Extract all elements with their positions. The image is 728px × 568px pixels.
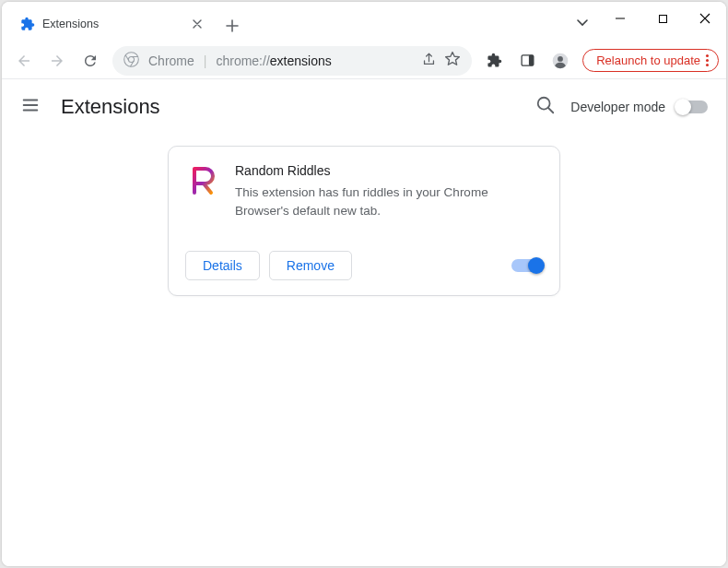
- developer-mode-label: Developer mode: [570, 100, 665, 114]
- url-label: Chrome: [148, 53, 194, 68]
- url-prefix: chrome://: [216, 53, 269, 68]
- close-window-button[interactable]: [684, 2, 726, 35]
- developer-mode-toggle[interactable]: [676, 101, 708, 113]
- extension-icon: [185, 163, 218, 196]
- developer-mode-control: Developer mode: [570, 100, 708, 114]
- new-tab-button[interactable]: [219, 13, 245, 39]
- relaunch-label: Relaunch to update: [596, 53, 700, 67]
- svg-rect-4: [529, 55, 534, 65]
- svg-point-6: [558, 56, 563, 62]
- maximize-button[interactable]: [641, 2, 684, 35]
- search-icon[interactable]: [535, 95, 556, 119]
- url-display: Chrome | chrome://extensions: [148, 53, 332, 68]
- page-header: Extensions Developer mode: [2, 79, 726, 135]
- window-controls: [599, 2, 726, 35]
- browser-toolbar: Chrome | chrome://extensions Relaunch: [2, 42, 726, 79]
- extension-enable-toggle[interactable]: [511, 259, 543, 272]
- tab-strip: Extensions: [2, 2, 569, 40]
- details-button[interactable]: Details: [185, 251, 260, 280]
- extension-name: Random Riddles: [235, 163, 543, 178]
- extensions-page: Extensions Developer mode: [2, 79, 726, 566]
- extension-card: Random Riddles This extension has fun ri…: [168, 146, 560, 296]
- titlebar: Extensions: [2, 2, 726, 42]
- forward-button[interactable]: [42, 46, 72, 76]
- chrome-logo-icon: [123, 52, 139, 70]
- tab-title: Extensions: [42, 18, 99, 30]
- extensions-puzzle-icon[interactable]: [479, 46, 509, 76]
- remove-button[interactable]: Remove: [269, 251, 352, 280]
- url-path: extensions: [270, 53, 332, 68]
- bookmark-star-icon[interactable]: [444, 51, 461, 70]
- tab-search-button[interactable]: [569, 9, 595, 35]
- profile-avatar-icon[interactable]: [546, 46, 575, 76]
- browser-window: Extensions: [2, 2, 726, 566]
- reload-button[interactable]: [76, 46, 105, 76]
- minimize-button[interactable]: [599, 2, 641, 35]
- side-panel-icon[interactable]: [512, 46, 542, 76]
- back-button[interactable]: [9, 46, 39, 76]
- relaunch-to-update-button[interactable]: Relaunch to update: [582, 49, 719, 72]
- browser-tab[interactable]: Extensions: [9, 8, 214, 40]
- menu-dots-icon: [706, 54, 709, 66]
- extensions-favicon: [20, 17, 35, 31]
- extension-description: This extension has fun riddles in your C…: [235, 183, 543, 221]
- address-bar[interactable]: Chrome | chrome://extensions: [112, 46, 472, 76]
- tab-close-button[interactable]: [190, 17, 205, 31]
- share-icon[interactable]: [421, 52, 437, 70]
- page-title: Extensions: [61, 95, 160, 119]
- svg-rect-0: [659, 15, 666, 22]
- hamburger-menu-icon[interactable]: [20, 95, 41, 119]
- url-separator: |: [204, 53, 207, 68]
